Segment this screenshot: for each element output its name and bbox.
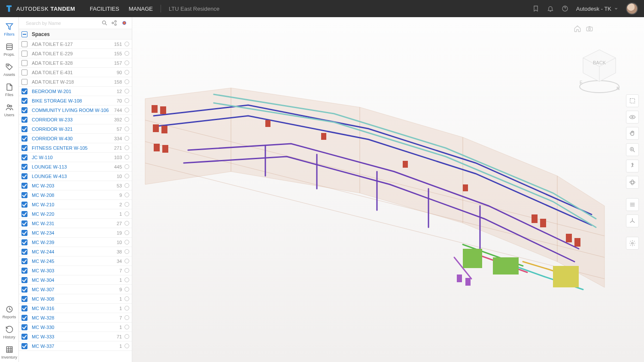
list-item[interactable]: MC W-3301 [19, 323, 132, 332]
tool-axes[interactable] [626, 214, 639, 227]
space-indicator-icon[interactable] [125, 287, 129, 292]
nav-manage[interactable]: MANAGE [129, 6, 153, 12]
rail-users[interactable]: Users [0, 100, 19, 120]
tool-walk[interactable] [626, 160, 639, 172]
space-checkbox[interactable] [21, 88, 27, 94]
list-item[interactable]: COMMUNITY LIVING ROOM W-106744 [19, 106, 132, 115]
rail-props[interactable]: Props. [0, 39, 19, 59]
space-indicator-icon[interactable] [125, 306, 129, 311]
space-indicator-icon[interactable] [125, 183, 129, 188]
space-indicator-icon[interactable] [125, 221, 129, 226]
list-item[interactable]: CORRIDOR W-233392 [19, 115, 132, 124]
list-item[interactable]: ADA TOILET E-127151 [19, 39, 132, 49]
space-checkbox[interactable] [21, 239, 27, 245]
tool-eye[interactable] [626, 111, 639, 124]
list-item[interactable]: CORRIDOR W-32157 [19, 124, 132, 134]
space-indicator-icon[interactable] [125, 344, 129, 348]
space-checkbox[interactable] [21, 343, 27, 349]
space-checkbox[interactable] [21, 249, 27, 255]
list-item[interactable]: MC W-20353 [19, 181, 132, 190]
space-checkbox[interactable] [21, 69, 27, 75]
space-checkbox[interactable] [21, 60, 27, 66]
space-indicator-icon[interactable] [125, 193, 129, 197]
list-item[interactable]: MC W-24534 [19, 256, 132, 266]
space-checkbox[interactable] [21, 126, 27, 132]
space-indicator-icon[interactable] [125, 249, 129, 254]
list-item[interactable]: MC W-23910 [19, 238, 132, 247]
space-indicator-icon[interactable] [125, 174, 129, 178]
home-icon[interactable] [574, 25, 581, 33]
group-spaces-header[interactable]: Spaces [19, 29, 132, 39]
palette-icon[interactable] [121, 20, 128, 26]
camera-icon[interactable] [586, 25, 593, 33]
list-item[interactable]: ADA TOILET E-43190 [19, 68, 132, 77]
space-checkbox[interactable] [21, 136, 27, 142]
list-item[interactable]: ADA TOILET E-328157 [19, 58, 132, 68]
space-checkbox[interactable] [21, 51, 27, 57]
account-menu[interactable]: Autodesk - TK [576, 6, 618, 12]
space-checkbox[interactable] [21, 258, 27, 264]
tool-levels[interactable] [626, 198, 639, 211]
list-item[interactable]: MC W-3037 [19, 266, 132, 275]
list-item[interactable]: BIKE STORAGE W-10870 [19, 96, 132, 106]
bell-icon[interactable] [547, 5, 554, 12]
space-checkbox[interactable] [21, 334, 27, 340]
space-checkbox[interactable] [21, 324, 27, 330]
rail-assets[interactable]: Assets [0, 59, 19, 79]
tool-settings[interactable] [626, 237, 639, 250]
list-item[interactable]: LOUNGE W-41310 [19, 172, 132, 181]
space-indicator-icon[interactable] [125, 60, 129, 65]
space-indicator-icon[interactable] [125, 117, 129, 122]
list-item[interactable]: MC W-23419 [19, 228, 132, 238]
viewport-3d[interactable]: BACK N E [132, 17, 644, 362]
list-item[interactable]: MC W-24438 [19, 247, 132, 256]
list-item[interactable]: JC W-110103 [19, 153, 132, 162]
avatar[interactable] [626, 3, 638, 15]
space-indicator-icon[interactable] [125, 79, 129, 84]
space-checkbox[interactable] [21, 192, 27, 198]
space-indicator-icon[interactable] [125, 155, 129, 160]
rail-reports[interactable]: Reports [0, 302, 19, 322]
space-checkbox[interactable] [21, 145, 27, 151]
list-item[interactable]: MC W-3287 [19, 313, 132, 323]
space-indicator-icon[interactable] [125, 315, 129, 320]
space-checkbox[interactable] [21, 183, 27, 189]
cluster-icon[interactable] [111, 20, 118, 26]
list-item[interactable]: FITNESS CENTER W-105271 [19, 143, 132, 153]
space-checkbox[interactable] [21, 98, 27, 104]
list-item[interactable]: ADA TOILET W-218158 [19, 77, 132, 87]
space-indicator-icon[interactable] [125, 202, 129, 207]
tool-select-box[interactable] [626, 94, 639, 107]
list-item[interactable]: MC W-3161 [19, 304, 132, 313]
rail-history[interactable]: History [0, 322, 19, 342]
rail-filters[interactable]: Filters [0, 19, 19, 39]
spaces-list[interactable]: ADA TOILET E-127151ADA TOILET E-229155AD… [19, 39, 132, 362]
space-indicator-icon[interactable] [125, 230, 129, 235]
space-indicator-icon[interactable] [125, 259, 129, 263]
space-indicator-icon[interactable] [125, 240, 129, 244]
bookmark-icon[interactable] [532, 5, 539, 12]
space-checkbox[interactable] [21, 107, 27, 113]
space-indicator-icon[interactable] [125, 296, 129, 301]
space-checkbox[interactable] [21, 117, 27, 123]
list-item[interactable]: MC W-3081 [19, 294, 132, 304]
list-item[interactable]: MC W-2102 [19, 200, 132, 209]
list-item[interactable]: MC W-23127 [19, 219, 132, 228]
tool-zoom[interactable] [626, 143, 639, 156]
list-item[interactable]: CORRIDOR W-430334 [19, 134, 132, 143]
space-checkbox[interactable] [21, 164, 27, 170]
space-indicator-icon[interactable] [125, 325, 129, 329]
space-checkbox[interactable] [21, 287, 27, 293]
space-indicator-icon[interactable] [125, 268, 129, 273]
space-checkbox[interactable] [21, 173, 27, 179]
list-item[interactable]: MC W-3041 [19, 275, 132, 285]
space-checkbox[interactable] [21, 79, 27, 85]
nav-facilities[interactable]: FACILITIES [90, 6, 119, 12]
help-icon[interactable] [562, 5, 568, 12]
list-item[interactable]: MC W-2201 [19, 209, 132, 219]
list-item[interactable]: LOUNGE W-113445 [19, 162, 132, 172]
list-item[interactable]: BEDROOM W-20112 [19, 87, 132, 96]
rail-files[interactable]: Files [0, 79, 19, 100]
space-checkbox[interactable] [21, 41, 27, 47]
space-checkbox[interactable] [21, 202, 27, 208]
